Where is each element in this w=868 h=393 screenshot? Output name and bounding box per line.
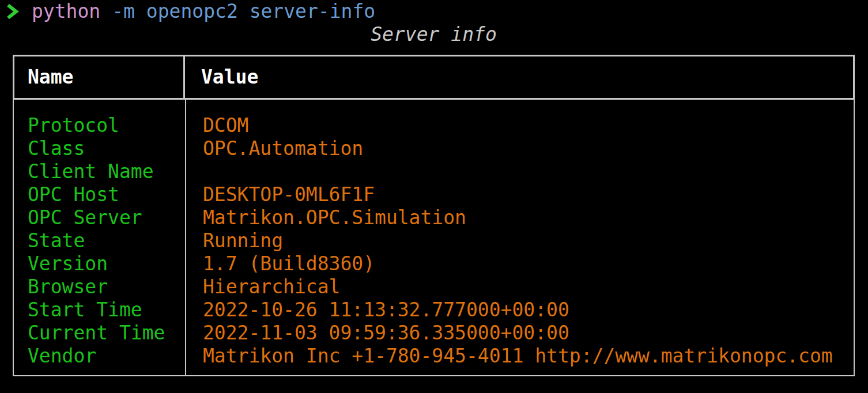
row-name-cell: Vendor	[14, 345, 185, 368]
table-row: Class OPC.Automation	[14, 137, 854, 160]
table-row: State Running	[14, 229, 854, 252]
row-value-cell: Matrikon Inc +1-780-945-4011 http://www.…	[185, 345, 854, 368]
row-name-cell: Class	[14, 137, 185, 160]
server-info-table: Name Value Protocol DCOM Class OPC.Autom…	[13, 55, 855, 376]
row-value-cell: Running	[185, 229, 854, 252]
row-value-cell: Matrikon.OPC.Simulation	[185, 206, 854, 229]
row-name-cell: Browser	[14, 275, 185, 298]
prompt-chevron-icon	[6, 3, 20, 20]
row-value-cell: Hierarchical	[185, 275, 854, 298]
row-name-cell: State	[14, 229, 185, 252]
row-name-cell: Current Time	[14, 322, 185, 345]
row-name-cell: Client Name	[14, 160, 185, 183]
row-value-cell: 2022-10-26 11:13:32.777000+00:00	[185, 298, 854, 322]
column-header-name: Name	[14, 56, 185, 98]
table-row: Client Name	[14, 160, 854, 183]
table-row: OPC Host DESKTOP-0ML6F1F	[14, 183, 854, 206]
table-title: Server info	[13, 23, 855, 46]
terminal-window[interactable]: python -m openopc2 server-info Server in…	[0, 0, 868, 393]
table-row: Browser Hierarchical	[14, 275, 854, 298]
table-row: Vendor Matrikon Inc +1-780-945-4011 http…	[14, 345, 854, 368]
table-body: Protocol DCOM Class OPC.Automation Clien…	[13, 100, 855, 376]
table-row: Start Time 2022-10-26 11:13:32.777000+00…	[14, 298, 854, 322]
table-row: Protocol DCOM	[14, 114, 854, 137]
row-name-cell: OPC Host	[14, 183, 185, 206]
command-program: python	[32, 0, 100, 23]
row-name-cell: OPC Server	[14, 206, 185, 229]
table-row: Current Time 2022-11-03 09:59:36.335000+…	[14, 322, 854, 345]
table-header-row: Name Value	[13, 55, 855, 100]
table-row: OPC Server Matrikon.OPC.Simulation	[14, 206, 854, 229]
table-row: Version 1.7 (Build8360)	[14, 252, 854, 275]
row-name-cell: Start Time	[14, 298, 185, 322]
row-value-cell: 2022-11-03 09:59:36.335000+00:00	[185, 322, 854, 345]
row-value-cell: DCOM	[185, 114, 854, 137]
column-divider	[185, 100, 186, 375]
column-header-value: Value	[185, 66, 853, 89]
row-value-cell: OPC.Automation	[185, 137, 854, 160]
command-args: -m openopc2 server-info	[112, 0, 375, 23]
row-value-cell: DESKTOP-0ML6F1F	[185, 183, 854, 206]
row-name-cell: Protocol	[14, 114, 185, 137]
row-value-cell: 1.7 (Build8360)	[185, 252, 854, 275]
row-name-cell: Version	[14, 252, 185, 275]
command-line: python -m openopc2 server-info	[0, 0, 868, 23]
row-value-cell	[185, 160, 854, 183]
